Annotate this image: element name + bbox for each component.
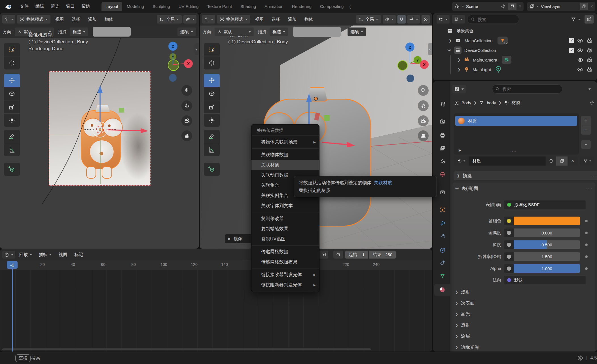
object-menu[interactable]: 物体 — [301, 17, 316, 22]
object-menu[interactable]: 物体 — [101, 17, 116, 22]
new-collection-button[interactable] — [585, 15, 594, 24]
menu-item-link-object-data[interactable]: 关联物体数据 — [251, 150, 319, 160]
alpha-slider[interactable]: 1.000 — [504, 264, 580, 273]
orientation-selector[interactable]: 全局 — [157, 15, 182, 24]
tool-measure[interactable] — [4, 143, 20, 156]
workspace-tab-modeling[interactable]: Modeling — [123, 2, 148, 11]
timeline-hscrollbar[interactable] — [2, 348, 371, 350]
animate-decorator[interactable] — [585, 267, 588, 270]
tool-select-box[interactable] — [204, 43, 220, 56]
slot-remove-button[interactable]: − — [581, 125, 591, 135]
proportional-edit-toggle[interactable] — [422, 15, 430, 24]
orientation-selector[interactable]: 全局 — [356, 15, 381, 24]
tool-measure[interactable] — [204, 143, 220, 156]
tool-cursor[interactable] — [204, 56, 220, 69]
direction-dropdown[interactable]: 默认 — [215, 27, 254, 36]
tab-world[interactable] — [435, 168, 450, 180]
tool-annotate[interactable] — [204, 130, 220, 143]
pan-hand-icon[interactable] — [181, 100, 192, 111]
properties-options-caret[interactable] — [588, 88, 591, 90]
outliner-row-device-collection[interactable]: ❯ DeviceCollection ✓ — [433, 45, 597, 55]
animate-decorator[interactable] — [585, 244, 588, 246]
panel-grip[interactable]: ···· — [591, 173, 597, 178]
frame-start-field[interactable]: 起始 1 — [345, 251, 368, 259]
view-menu[interactable]: 视图 — [52, 17, 67, 22]
view-layer-name[interactable]: ViewLayer — [541, 4, 577, 9]
add-menu[interactable]: 添加 — [85, 17, 100, 22]
menu-item-copy-modifiers[interactable]: 复制修改器 — [251, 213, 319, 224]
tab-material[interactable] — [434, 284, 450, 296]
tool-transform[interactable] — [4, 114, 20, 127]
menu-item-link-objects-to-scene[interactable]: 将物体关联到场景 ▶ — [251, 137, 319, 147]
tool-move[interactable] — [204, 74, 220, 87]
normal-dropdown[interactable]: 默认 — [504, 276, 586, 284]
options-dropdown[interactable]: 选项 — [348, 27, 366, 36]
pan-hand-icon[interactable] — [418, 100, 429, 111]
slot-specials-button[interactable] — [581, 140, 591, 149]
menu-edit[interactable]: 编辑 — [32, 4, 47, 9]
snap-toggle[interactable] — [397, 15, 406, 24]
current-frame-badge[interactable]: -1 — [7, 261, 18, 269]
animate-decorator[interactable] — [585, 255, 588, 258]
collapse-arrow-icon[interactable]: ❯ — [448, 49, 452, 52]
surface-panel-header[interactable]: ❯ 表(曲)面 ···· — [456, 184, 592, 193]
expand-arrow-icon[interactable]: ❯ — [458, 67, 460, 71]
tool-select-box[interactable] — [4, 43, 20, 56]
hide-eye-icon[interactable] — [577, 37, 584, 44]
tool-scale[interactable] — [4, 100, 20, 113]
jump-to-end-button[interactable] — [320, 251, 328, 259]
workspace-tab-texture-paint[interactable]: Texture Paint — [203, 2, 236, 11]
breadcrumb-object[interactable]: Body — [461, 100, 471, 105]
menu-render[interactable]: 渲染 — [48, 4, 62, 9]
panel-transmission[interactable]: ❯透射 — [455, 320, 592, 330]
tab-collection[interactable] — [435, 186, 450, 198]
tab-object-data[interactable] — [435, 270, 450, 282]
panel-specular[interactable]: ❯高光 — [455, 309, 592, 319]
workspace-tab-rendering[interactable]: Rendering — [288, 2, 316, 11]
tab-object[interactable] — [435, 204, 450, 216]
panel-sheen[interactable]: ❯边缘光泽 — [455, 342, 592, 352]
tool-settings-field[interactable] — [293, 27, 341, 37]
render-camera-icon[interactable] — [586, 56, 593, 63]
material-browse-button[interactable] — [454, 156, 469, 166]
panel-diffuse[interactable]: ❯漫射 — [455, 287, 592, 297]
menu-item-transfer-mesh-data[interactable]: 传递网格数据 — [251, 247, 319, 257]
mode-selector[interactable]: 物体模式 — [217, 15, 250, 24]
outliner-search[interactable] — [467, 15, 519, 24]
camera-lock-icon[interactable] — [181, 130, 192, 141]
material-name-field[interactable]: 材质 — [469, 156, 546, 166]
axis-gizmo-center[interactable] — [168, 60, 179, 71]
collection-checkbox[interactable]: ✓ — [569, 38, 574, 43]
tab-physics[interactable] — [435, 244, 450, 256]
workspace-tab-sculpting[interactable]: Sculpting — [149, 2, 174, 11]
expand-arrow-icon[interactable]: ❯ — [449, 39, 452, 43]
tool-settings-field[interactable] — [93, 27, 131, 37]
scene-name[interactable]: Scene — [466, 4, 499, 9]
hide-eye-icon[interactable] — [577, 56, 584, 63]
camera-view-icon[interactable] — [418, 115, 429, 126]
pin-icon[interactable] — [501, 4, 506, 9]
outliner-row-main-light[interactable]: ❯ MainLight — [433, 65, 597, 74]
breadcrumb-material[interactable]: 材质 — [512, 100, 520, 105]
workspace-tab-compositing[interactable]: Compositing — [316, 2, 348, 11]
base-color-widget[interactable] — [504, 217, 580, 225]
blender-logo[interactable] — [0, 3, 16, 10]
menu-item-link-receivers-to-emitter[interactable]: 链接接收器到发光体 ▶ — [251, 270, 319, 280]
menu-item-link-blockers-to-emitter[interactable]: 链接阻断器到发光体 ▶ — [251, 280, 319, 290]
ior-slider[interactable]: 1.500 — [504, 252, 580, 261]
options-dropdown[interactable]: 选项 — [177, 27, 196, 36]
zoom-icon[interactable] — [418, 85, 429, 96]
pivot-selector[interactable] — [183, 15, 196, 24]
outliner-search-input[interactable] — [477, 17, 512, 22]
tab-render[interactable] — [435, 116, 450, 128]
surface-shader-dropdown[interactable]: 原理化 BSDF — [504, 200, 586, 209]
scene-new-button[interactable] — [508, 3, 516, 10]
marker-menu[interactable]: 标记 — [71, 252, 86, 257]
menu-item-copy-uv-maps[interactable]: 复制UV贴图 — [251, 234, 319, 244]
workspace-tab-layout[interactable]: Layout — [101, 2, 122, 11]
editor-type-button[interactable] — [2, 15, 15, 24]
menu-item-copy-grease-pencil-effects[interactable]: 复制蜡笔效果 — [251, 224, 319, 234]
select-menu[interactable]: 选择 — [268, 17, 283, 22]
breadcrumb-data[interactable]: body — [487, 100, 496, 105]
tab-scene[interactable] — [435, 155, 450, 167]
